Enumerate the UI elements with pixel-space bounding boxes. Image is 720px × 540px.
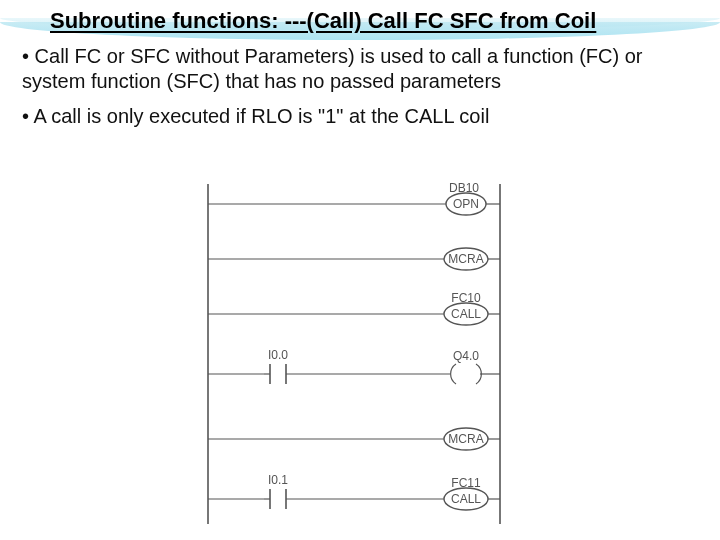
rung3-coil-label: CALL <box>451 307 481 321</box>
paragraph-2: • A call is only executed if RLO is "1" … <box>22 104 698 129</box>
paragraph-1: • Call FC or SFC without Parameters) is … <box>22 44 698 94</box>
rung-6: I0.1 FC11 CALL <box>208 473 500 510</box>
rung5-coil-label: MCRA <box>448 432 483 446</box>
rung-3: FC10 CALL <box>208 291 500 325</box>
rung4-left-label: I0.0 <box>268 348 288 362</box>
rung-5: MCRA <box>208 428 500 450</box>
rung-4: I0.0 Q4.0 <box>208 348 500 384</box>
rung-2: MCRA <box>208 248 500 270</box>
rung-1: DB10 OPN <box>208 181 500 215</box>
rung2-coil-label: MCRA <box>448 252 483 266</box>
rung6-coil-label: CALL <box>451 492 481 506</box>
ladder-diagram: DB10 OPN MCRA FC10 CALL I0.0 Q4.0 <box>184 174 524 528</box>
rung6-left-label: I0.1 <box>268 473 288 487</box>
page-title: Subroutine functions: ---(Call) Call FC … <box>50 8 720 34</box>
rung4-right-label: Q4.0 <box>453 349 479 363</box>
rung1-coil-label: OPN <box>453 197 479 211</box>
